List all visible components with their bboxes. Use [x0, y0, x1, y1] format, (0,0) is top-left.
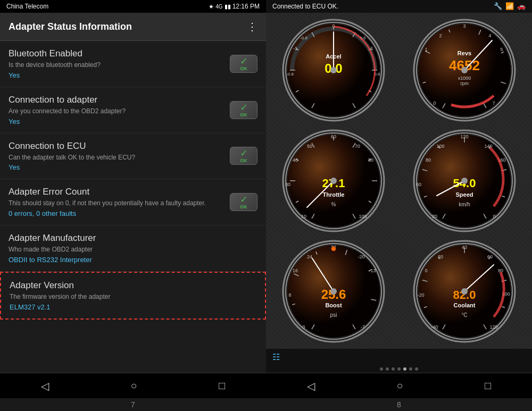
- bluetooth-icon: ★: [209, 3, 214, 10]
- ecu-connection-title: Connection to ECU: [9, 141, 230, 152]
- manufacturer-content: Adapter Manufacturer Who made the OBD2 a…: [9, 233, 257, 264]
- svg-text:40: 40: [293, 157, 298, 163]
- version-item: Adapter Version The firmware version of …: [0, 272, 266, 320]
- adapter-connection-title: Connection to adapter: [9, 95, 230, 105]
- svg-text:3: 3: [463, 23, 466, 29]
- left-nav-bar: ◁ ○ □: [0, 373, 266, 398]
- speed-gauge-wrapper: 80 20 100 120 140 160 0 60 Speed 54.0 km…: [401, 128, 528, 234]
- left-panel: China Telecom ★ 4G ▮▮ 12:16 PM Adapter S…: [0, 0, 266, 411]
- app-title: Adapter Status Information: [9, 21, 132, 32]
- accel-gauge: -1 0 1 -0.8 -0.6 0.6 0.8 Accel 0.0: [280, 17, 387, 123]
- svg-text:40: 40: [462, 245, 467, 250]
- bluetooth-title: Bluetooth Enabled: [9, 48, 230, 59]
- signal-icon: 📶: [505, 2, 514, 10]
- svg-text:Boost: Boost: [325, 302, 342, 308]
- svg-text:psi: psi: [330, 312, 337, 318]
- manufacturer-item: Adapter Manufacturer Who made the OBD2 a…: [0, 225, 266, 272]
- svg-text:rpm: rpm: [460, 81, 469, 86]
- dashboard-icon: ☷: [272, 352, 280, 362]
- svg-text:0: 0: [433, 100, 436, 106]
- ok-label: OK: [240, 66, 247, 71]
- check-icon: ✓: [240, 148, 248, 158]
- svg-point-152: [461, 288, 468, 295]
- svg-text:1: 1: [425, 47, 427, 52]
- svg-point-121: [331, 247, 336, 251]
- status-icons: ★ 4G ▮▮ 12:16 PM: [209, 3, 260, 10]
- home-button[interactable]: ○: [120, 375, 147, 396]
- svg-text:100: 100: [359, 214, 367, 219]
- right-recent-button[interactable]: □: [474, 375, 502, 396]
- svg-text:24: 24: [307, 254, 312, 259]
- svg-text:20: 20: [438, 254, 443, 259]
- manufacturer-title: Adapter Manufacturer: [9, 233, 257, 244]
- recent-button[interactable]: □: [208, 375, 236, 396]
- svg-text:km/h: km/h: [459, 202, 470, 207]
- status-bar: China Telecom ★ 4G ▮▮ 12:16 PM: [0, 0, 266, 13]
- car-icon: 🚗: [517, 2, 526, 10]
- svg-text:60: 60: [487, 254, 493, 259]
- svg-text:10: 10: [301, 214, 306, 219]
- status-items-list: Bluetooth Enabled Is the device bluetoot…: [0, 41, 266, 373]
- check-icon: ✓: [240, 195, 248, 204]
- revs-gauge: 1 0 2 3 4 5 7 Revs 4652 x1000 rpm: [411, 17, 518, 123]
- network-icon: 4G: [215, 4, 222, 10]
- svg-text:-20: -20: [358, 254, 364, 259]
- svg-text:80: 80: [426, 157, 431, 163]
- version-content: Adapter Version The firmware version of …: [10, 280, 256, 311]
- svg-text:-13: -13: [369, 268, 376, 273]
- time-display: 12:16 PM: [232, 3, 260, 10]
- dot-1: [380, 367, 383, 371]
- back-button[interactable]: ◁: [30, 375, 60, 397]
- right-back-button[interactable]: ◁: [296, 375, 326, 397]
- version-description: The firmware version of the adapter: [10, 292, 256, 301]
- svg-text:2: 2: [439, 33, 442, 38]
- svg-text:-20: -20: [417, 292, 424, 298]
- right-nav-bar: ◁ ○ □: [266, 373, 532, 398]
- svg-text:60: 60: [331, 134, 336, 139]
- throttle-gauge-wrapper: 40 10 50 60 70 80 100 30 Throttle 27.1 %: [270, 128, 397, 234]
- speed-gauge-svg: 80 20 100 120 140 160 0 60 Speed 54.0 km…: [411, 128, 518, 234]
- error-count-value: 0 errors, 0 other faults: [9, 209, 230, 217]
- svg-text:100: 100: [436, 144, 444, 149]
- ok-label: OK: [240, 112, 247, 118]
- svg-text:0: 0: [302, 324, 305, 330]
- svg-text:0: 0: [493, 214, 495, 219]
- revs-gauge-svg: 1 0 2 3 4 5 7 Revs 4652 x1000 rpm: [411, 17, 518, 123]
- version-value: ELM327 v2.1: [10, 303, 256, 311]
- svg-text:-0.8: -0.8: [286, 72, 294, 77]
- dot-5: [403, 367, 406, 371]
- app-header: Adapter Status Information ⋮: [0, 13, 266, 41]
- svg-point-126: [330, 288, 337, 295]
- svg-text:x1000: x1000: [458, 76, 471, 81]
- dot-6: [409, 367, 412, 371]
- coolant-gauge-wrapper: -40 -20 0 20 40 60 80 100 120 Coolant 82…: [401, 238, 528, 345]
- adapter-connection-content: Connection to adapter Are you connected …: [9, 95, 230, 125]
- svg-text:%: %: [331, 202, 336, 207]
- ecu-connection-item: Connection to ECU Can the adapter talk O…: [0, 133, 266, 180]
- svg-text:Throttle: Throttle: [323, 191, 345, 198]
- svg-point-25: [330, 67, 337, 73]
- svg-point-101: [461, 178, 468, 184]
- coolant-gauge-svg: -40 -20 0 20 40 60 80 100 120 Coolant 82…: [411, 238, 518, 345]
- boost-gauge: 0 8 16 24 32 -20 -13 -7 Boost 25.6 psi: [280, 238, 387, 345]
- svg-text:°C: °C: [461, 312, 467, 318]
- adapter-connection-value: Yes: [9, 118, 230, 125]
- boost-gauge-wrapper: 0 8 16 24 32 -20 -13 -7 Boost 25.6 psi: [270, 238, 397, 345]
- adapter-connection-description: Are you connected to the OBD2 adapter?: [9, 107, 230, 116]
- error-count-title: Adapter Error Count: [9, 187, 230, 197]
- ecu-status-text: Connected to ECU OK.: [272, 3, 338, 10]
- speed-gauge: 80 20 100 120 140 160 0 60 Speed 54.0 km…: [411, 128, 518, 234]
- svg-text:0: 0: [425, 268, 427, 273]
- svg-text:-40: -40: [431, 324, 438, 330]
- svg-text:120: 120: [460, 134, 468, 139]
- right-home-button[interactable]: ○: [386, 375, 413, 396]
- throttle-gauge-svg: 40 10 50 60 70 80 100 30 Throttle 27.1 %: [280, 128, 387, 234]
- carrier-name: China Telecom: [6, 3, 48, 10]
- ecu-connection-description: Can the adapter talk OK to the vehicle E…: [9, 153, 230, 162]
- accel-gauge-svg: -1 0 1 -0.8 -0.6 0.6 0.8 Accel 0.0: [280, 17, 387, 123]
- menu-button[interactable]: ⋮: [247, 20, 257, 33]
- battery-icon: ▮▮: [225, 3, 231, 10]
- dot-2: [386, 367, 389, 371]
- dot-3: [392, 367, 395, 371]
- ok-label: OK: [240, 158, 247, 163]
